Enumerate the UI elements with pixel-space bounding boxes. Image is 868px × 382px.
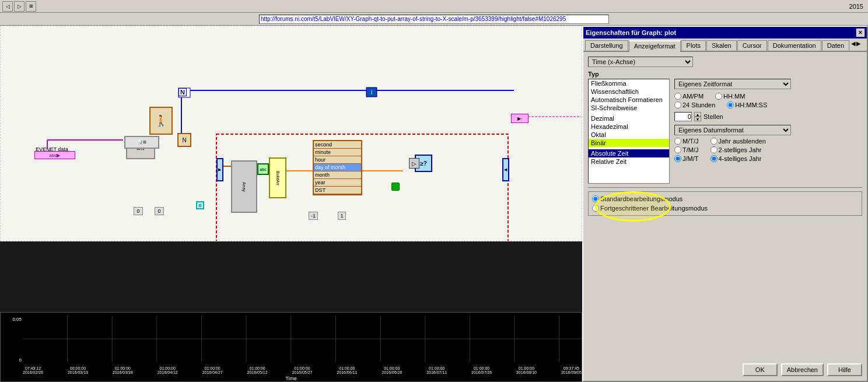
spin-down[interactable]: ▼ [694, 117, 701, 121]
radio-ampm[interactable]: AM/PM [674, 93, 704, 100]
radio-standard-input[interactable] [592, 195, 599, 202]
radio-ampm-input[interactable] [674, 93, 681, 100]
radio-hhmmss-input[interactable] [727, 101, 734, 108]
radio-standard-mode[interactable]: Standardbearbeitungsmodus [592, 195, 858, 202]
radio-jmt[interactable]: J/M/T [674, 155, 699, 162]
x-label-5: 01:00:002016/04/27 [202, 366, 223, 374]
listbox-oktal[interactable]: Oktal [589, 131, 669, 139]
bundle-row-hour: hour [314, 156, 361, 164]
listbox-auto-format[interactable]: Automatisch Formatieren [589, 96, 669, 104]
help-button[interactable]: Hilfe [827, 363, 862, 376]
time-format-row2: 24 Stunden HH:MM:SS [674, 101, 862, 108]
combined-block-2[interactable]: Array [231, 160, 257, 213]
type-listbox[interactable]: Fließkomma Wissenschaftlich Automatisch … [588, 79, 670, 184]
tab-darstellung[interactable]: Darstellung [585, 40, 628, 51]
forward-btn[interactable]: ▷ [14, 1, 24, 12]
tab-skalen[interactable]: Skalen [706, 40, 737, 51]
radio-hhmmss[interactable]: HH:MM:SS [727, 101, 767, 108]
radio-jahr-ausblenden-label: Jahr ausblenden [719, 138, 766, 145]
divider-1 [588, 187, 862, 188]
listbox-si[interactable]: SI-Schreibweise [589, 104, 669, 112]
radio-24h-input[interactable] [674, 101, 681, 108]
radio-jahr-ausblenden[interactable]: Jahr ausblenden [710, 138, 766, 145]
x-label-13: 09:37:452016/09/05 [561, 366, 582, 374]
green-indicator[interactable] [391, 183, 400, 191]
x-label-3: 01:00:002016/03/28 [113, 366, 133, 374]
listbox-absolute-zeit[interactable]: Absolute Zeit [589, 149, 669, 157]
build-array-block[interactable]: BuildArr [269, 157, 286, 198]
x-label-4: 01:00:002016/04/12 [158, 366, 178, 374]
loop-num-1[interactable]: 0 [196, 201, 204, 209]
num-const-neg1: -1 [309, 212, 318, 220]
listbox-hexadezimal[interactable]: Hexadezimal [589, 122, 669, 131]
radio-2-stelliges[interactable]: 2-stelliges Jahr [710, 146, 766, 153]
stellen-spinner: ▲ ▼ [694, 112, 701, 121]
listbox-wissenschaftlich[interactable]: Wissenschaftlich [589, 87, 669, 96]
bundle-block[interactable]: second minute hour day of month month ye… [313, 140, 362, 195]
radio-24h[interactable]: 24 Stunden [674, 101, 715, 108]
dialog-close-btn[interactable]: ✕ [856, 29, 864, 37]
x-label-9: 01:00:002016/06/26 [382, 366, 402, 374]
tab-anzeigeformat[interactable]: Anzeigeformat [629, 40, 681, 52]
listbox-dezimal[interactable]: Dezimal [589, 114, 669, 122]
dialog-title: Eigenschaften für Graph: plot [586, 29, 676, 36]
radio-jahr-ausblenden-input[interactable] [710, 138, 718, 145]
radio-2-stelliges-input[interactable] [710, 146, 718, 153]
radio-mtj-input[interactable] [674, 138, 681, 145]
radio-jmt-input[interactable] [674, 155, 681, 162]
radio-advanced-mode[interactable]: Fortgeschrittener Bearbeitungsmodus [592, 205, 858, 212]
plot-terminal[interactable]: ▶· [511, 114, 528, 123]
listbox-fliesskomma[interactable]: Fließkomma [589, 79, 669, 87]
subvi-block[interactable]: 🚶 [149, 107, 173, 135]
url-input[interactable] [259, 15, 609, 24]
bundle-row-minute: minute [314, 149, 361, 156]
bottom-mode-section: Standardbearbeitungsmodus Fortgeschritte… [588, 191, 862, 216]
tab-arrow-left[interactable]: ◀ [851, 40, 856, 51]
format-block[interactable]: abc [257, 163, 269, 175]
dialog-footer: OK Abbrechen Hilfe [743, 363, 862, 376]
radio-hhmm[interactable]: HH:MM [715, 93, 745, 100]
datum-col-left: M/T/J T/M/J J/M/T [674, 138, 699, 162]
stellen-input[interactable] [674, 112, 692, 121]
axis-select[interactable]: Time (x-Achse) [588, 57, 693, 67]
ok-button[interactable]: OK [743, 363, 778, 376]
x-label-7: 01:00:002016/05/27 [292, 366, 312, 374]
shift-reg-right[interactable]: ◀ [502, 158, 509, 181]
bundle-row-month: month [314, 171, 361, 179]
tab-cursor[interactable]: Cursor [737, 40, 767, 51]
radio-hhmm-input[interactable] [715, 93, 722, 100]
tab-plots[interactable]: Plots [681, 40, 706, 51]
spin-up[interactable]: ▲ [694, 112, 701, 117]
datum-row: Eigenes Datumsformat M/T/J [674, 125, 862, 162]
zeitformat-select[interactable]: Eigenes Zeitformat [674, 79, 791, 89]
home-btn[interactable]: ⊞ [26, 1, 36, 12]
listbox-binaer[interactable]: Binär [589, 139, 669, 147]
datum-radio-section: M/T/J T/M/J J/M/T [674, 138, 862, 162]
x-label-1: 07:49:122016/02/26 [23, 366, 43, 374]
concat-block[interactable]: ▷ [409, 158, 419, 169]
radio-tmj[interactable]: T/M/J [674, 146, 699, 153]
x-axis-labels: 07:49:122016/02/26 00:00:002016/03/13 01… [23, 365, 582, 381]
radio-mtj[interactable]: M/T/J [674, 138, 699, 145]
radio-advanced-input[interactable] [592, 205, 599, 212]
radio-4-stelliges-input[interactable] [710, 155, 718, 162]
datumsformat-select[interactable]: Eigenes Datumsformat [674, 125, 791, 135]
stellen-row: ▲ ▼ Stellen [674, 112, 862, 121]
shift-reg-left[interactable]: ▶ [216, 158, 223, 181]
combined-block-1[interactable]: 📊⊞ [124, 136, 159, 149]
radio-4-stelliges[interactable]: 4-stelliges Jahr [710, 155, 766, 162]
tab-dokumentation[interactable]: Dokumentation [768, 40, 821, 51]
listbox-relative-zeit[interactable]: Relative Zeit [589, 157, 669, 166]
tab-arrow-right[interactable]: ▶ [856, 40, 861, 51]
y-axis: 0,05 0 [1, 316, 23, 364]
wires-svg [1, 26, 582, 241]
cancel-button[interactable]: Abbrechen [781, 363, 824, 376]
bundle-row-day: day of month [314, 164, 361, 171]
url-bar [0, 13, 868, 26]
diagram-canvas: N i N EVENET data abc▶ ▶ ◀ BuildArr seco… [0, 26, 582, 241]
back-btn[interactable]: ◁ [2, 1, 13, 12]
tab-daten[interactable]: Daten [822, 40, 849, 51]
x-label-2: 00:00:002016/03/13 [68, 366, 88, 374]
radio-tmj-input[interactable] [674, 146, 681, 153]
evenet-block[interactable]: abc▶ [34, 151, 75, 159]
